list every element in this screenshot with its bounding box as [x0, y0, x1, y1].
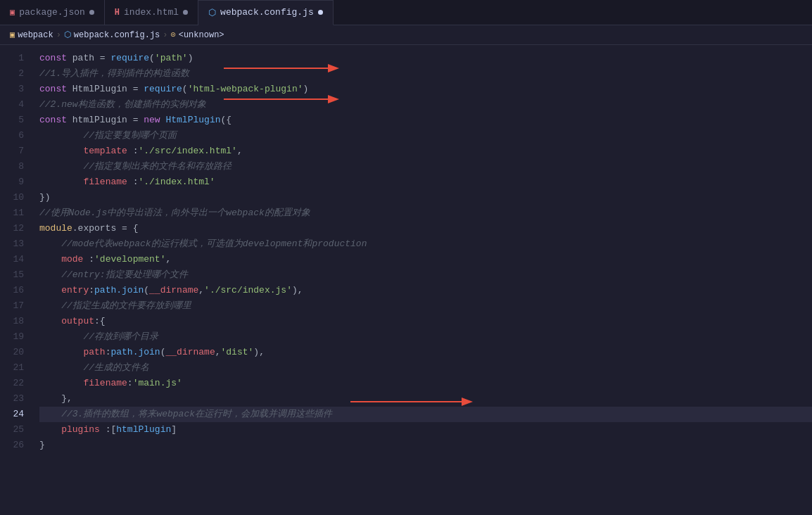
code-line-1: const path = require('path')	[39, 51, 812, 66]
ln-17: 17	[0, 298, 34, 314]
code-line-22: filename:'main.js'	[39, 376, 812, 391]
tab-label-index-html: index.html	[124, 7, 179, 18]
breadcrumb: ▣ webpack › ⬡ webpack.config.js › ⊙ <unk…	[0, 25, 812, 45]
ln-5: 5	[0, 113, 34, 128]
tab-label-webpack: webpack.config.js	[220, 7, 314, 18]
tab-index-html[interactable]: H index.html	[105, 0, 198, 25]
line-numbers: 1 2 3 4 5 6 7 8 9 10 11 12 13 14 15 16 1…	[0, 45, 34, 515]
code-line-19: //存放到哪个目录	[39, 329, 812, 345]
ln-16: 16	[0, 283, 34, 298]
ln-2: 2	[0, 66, 34, 82]
ln-7: 7	[0, 144, 34, 159]
code-line-2: //1.导入插件，得到插件的构造函数	[39, 66, 812, 82]
code-line-21: //生成的文件名	[39, 360, 812, 376]
tab-webpack-config[interactable]: ⬡ webpack.config.js	[198, 0, 334, 25]
html-icon: H	[115, 8, 120, 18]
ln-18: 18	[0, 314, 34, 329]
breadcrumb-part-1: webpack	[18, 30, 53, 40]
code-line-16: entry:path.join(__dirname,'./src/index.j…	[39, 283, 812, 298]
ln-26: 26	[0, 438, 34, 453]
code-line-10: })	[39, 190, 812, 205]
tab-label-package-json: package.json	[19, 7, 85, 18]
ln-10: 10	[0, 190, 34, 205]
code-editor: 1 2 3 4 5 6 7 8 9 10 11 12 13 14 15 16 1…	[0, 45, 812, 515]
ln-9: 9	[0, 174, 34, 190]
code-line-8: //指定复制出来的文件名和存放路径	[39, 159, 812, 174]
editor-window: ▣ package.json H index.html ⬡ webpack.co…	[0, 0, 812, 515]
ln-25: 25	[0, 422, 34, 438]
breadcrumb-part-2: webpack.config.js	[74, 30, 160, 40]
code-line-24: //3.插件的数组，将来webpack在运行时，会加载并调用这些插件	[39, 407, 812, 422]
ln-1: 1	[0, 51, 34, 66]
ln-14: 14	[0, 252, 34, 267]
code-line-9: filename :'./index.html'	[39, 174, 812, 190]
breadcrumb-webpack-file-icon: ⬡	[64, 30, 71, 40]
code-line-13: //mode代表webpack的运行模式，可选值为development和pro…	[39, 236, 812, 252]
ln-20: 20	[0, 345, 34, 360]
code-line-4: //2.new构造函数，创建插件的实例对象	[39, 97, 812, 113]
ln-19: 19	[0, 329, 34, 345]
code-line-12: module.exports = {	[39, 221, 812, 236]
breadcrumb-sep-1: ›	[56, 30, 61, 40]
tab-bar: ▣ package.json H index.html ⬡ webpack.co…	[0, 0, 812, 25]
ln-12: 12	[0, 221, 34, 236]
ln-6: 6	[0, 128, 34, 144]
tab-dot-pkg	[89, 10, 94, 15]
pkg-icon: ▣	[10, 7, 15, 18]
code-line-23: },	[39, 391, 812, 407]
ln-11: 11	[0, 205, 34, 221]
webpack-icon: ⬡	[208, 7, 216, 18]
ln-4: 4	[0, 97, 34, 113]
ln-15: 15	[0, 267, 34, 283]
ln-23: 23	[0, 391, 34, 407]
tab-dot-html	[183, 10, 188, 15]
code-line-6: //指定要复制哪个页面	[39, 128, 812, 144]
code-line-5: const htmlPlugin = new HtmlPlugin({	[39, 113, 812, 128]
ln-21: 21	[0, 360, 34, 376]
ln-13: 13	[0, 236, 34, 252]
code-line-20: path:path.join(__dirname,'dist'),	[39, 345, 812, 360]
code-line-3: const HtmlPlugin = require('html-webpack…	[39, 82, 812, 97]
code-line-18: output:{	[39, 314, 812, 329]
code-area[interactable]: const path = require('path') //1.导入插件，得到…	[34, 45, 812, 515]
ln-3: 3	[0, 82, 34, 97]
breadcrumb-unknown-icon: ⊙	[170, 30, 175, 40]
tab-package-json[interactable]: ▣ package.json	[0, 0, 105, 25]
code-line-15: //entry:指定要处理哪个文件	[39, 267, 812, 283]
code-line-26: }	[39, 438, 812, 453]
code-line-17: //指定生成的文件要存放到哪里	[39, 298, 812, 314]
ln-24: 24	[0, 407, 34, 422]
tab-dot-webpack	[318, 10, 323, 15]
ln-22: 22	[0, 376, 34, 391]
breadcrumb-webpack-icon: ▣	[10, 30, 15, 40]
code-line-14: mode :'development',	[39, 252, 812, 267]
code-line-25: plugins :[htmlPlugin]	[39, 422, 812, 438]
breadcrumb-part-3: <unknown>	[179, 30, 224, 40]
code-line-7: template :'./src/index.html',	[39, 144, 812, 159]
ln-8: 8	[0, 159, 34, 174]
breadcrumb-sep-2: ›	[163, 30, 167, 40]
code-line-11: //使用Node.js中的导出语法，向外导出一个webpack的配置对象	[39, 205, 812, 221]
